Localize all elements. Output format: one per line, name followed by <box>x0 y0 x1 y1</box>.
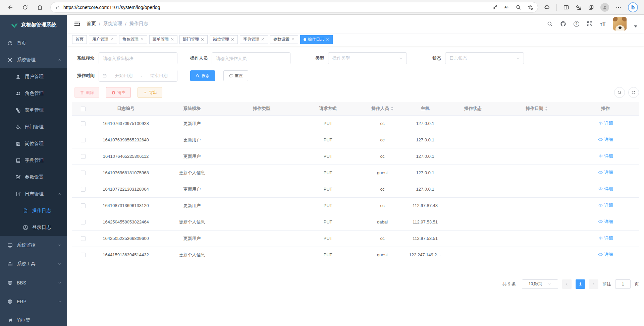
sidebar-item-log-management[interactable]: 日志管理 <box>0 186 67 202</box>
password-key-icon[interactable] <box>492 4 498 10</box>
collections-icon[interactable] <box>588 4 594 10</box>
close-icon[interactable] <box>291 38 295 41</box>
font-size-icon[interactable]: TT <box>600 21 606 27</box>
detail-link[interactable]: 详细 <box>598 235 613 241</box>
table-row[interactable]: 1641077221303128064 更新用户 PUT cc 127.0.0.… <box>72 181 639 197</box>
detail-link[interactable]: 详细 <box>598 219 613 225</box>
sidebar-item-system-tools[interactable]: 系统工具 <box>0 255 67 273</box>
prev-page-button[interactable] <box>562 279 572 289</box>
sidebar-item-operation-log[interactable]: 操作日志 <box>0 202 67 219</box>
tab-post-management[interactable]: 岗位管理 <box>210 35 238 44</box>
next-page-button[interactable] <box>589 279 598 289</box>
zoom-out-icon[interactable] <box>516 4 521 10</box>
favorites-bar-icon[interactable] <box>576 4 582 10</box>
row-checkbox[interactable] <box>81 220 86 224</box>
table-row[interactable]: 1644159136394514432 更新个人信息 PUT guest 122… <box>72 247 639 263</box>
user-avatar[interactable] <box>613 17 627 30</box>
sidebar-item-system-monitor[interactable]: 系统监控 <box>0 236 67 255</box>
row-checkbox[interactable] <box>81 138 86 142</box>
sidebar-item-dictionary-management[interactable]: 字典管理 <box>0 152 67 169</box>
reset-button[interactable]: 重置 <box>223 70 248 81</box>
tab-department-management[interactable]: 部门管理 <box>179 35 208 44</box>
table-row[interactable]: 1642504558053822464 更新个人信息 PUT dabai 112… <box>72 214 639 230</box>
search-button[interactable]: 搜索 <box>190 70 215 81</box>
sort-icon[interactable] <box>545 107 548 111</box>
module-input[interactable] <box>103 56 173 61</box>
detail-link[interactable]: 详细 <box>598 252 613 258</box>
row-checkbox[interactable] <box>81 154 86 159</box>
add-favorite-icon[interactable] <box>527 4 533 10</box>
close-icon[interactable] <box>261 38 265 41</box>
search-icon[interactable] <box>547 21 553 27</box>
table-row[interactable]: 1641076398565232640 更新用户 PUT cc 127.0.0.… <box>72 132 639 148</box>
tab-parameter-settings[interactable]: 参数设置 <box>270 35 298 44</box>
delete-button[interactable]: 删除 <box>74 87 99 98</box>
sidebar-item-bbs[interactable]: BBS <box>0 273 67 292</box>
detail-link[interactable]: 详细 <box>598 202 613 208</box>
detail-link[interactable]: 详细 <box>598 153 613 159</box>
read-aloud-icon[interactable]: A <box>504 4 509 10</box>
row-checkbox[interactable] <box>81 187 86 192</box>
refresh-icon[interactable] <box>22 4 28 10</box>
table-row[interactable]: 1642505235366809600 更新用户 PUT cc 112.97.5… <box>72 230 639 247</box>
table-row[interactable]: 1641076465225306112 更新用户 PUT cc 127.0.0.… <box>72 148 639 165</box>
sidebar-item-department-management[interactable]: 部门管理 <box>0 119 67 135</box>
table-row[interactable]: 1641087313696133120 更新用户 PUT cc 112.97.8… <box>72 197 639 214</box>
github-icon[interactable] <box>560 21 566 27</box>
page-1-button[interactable]: 1 <box>576 279 585 289</box>
sidebar-item-home[interactable]: 首页 <box>0 35 67 52</box>
tab-user-management[interactable]: 用户管理 <box>89 35 117 44</box>
column-date[interactable]: 操作日期 <box>501 102 572 115</box>
date-range-input[interactable]: 开始日期 - 结束日期 <box>99 70 177 82</box>
address-bar[interactable]: https://ccnetcore.com:1101/system/log/op… <box>50 2 538 13</box>
sidebar-item-erp[interactable]: ERP <box>0 292 67 311</box>
toggle-search-button[interactable] <box>614 87 625 98</box>
column-operator[interactable]: 操作人员 <box>359 102 406 115</box>
close-icon[interactable] <box>170 38 174 41</box>
sidebar-item-user-management[interactable]: 用户管理 <box>0 68 67 85</box>
sidebar-item-parameter-settings[interactable]: 参数设置 <box>0 169 67 186</box>
tab-dictionary-management[interactable]: 字典管理 <box>240 35 268 44</box>
close-icon[interactable] <box>140 38 144 41</box>
detail-link[interactable]: 详细 <box>598 137 613 143</box>
sidebar-item-yi-framework[interactable]: Yi框架 <box>0 311 67 326</box>
goto-page-input[interactable] <box>615 279 631 289</box>
close-icon[interactable] <box>110 38 114 41</box>
type-select[interactable]: 操作类型 <box>328 52 407 64</box>
operator-input[interactable] <box>216 56 286 61</box>
browser-menu-icon[interactable] <box>615 4 622 10</box>
close-icon[interactable] <box>326 38 329 41</box>
row-checkbox[interactable] <box>81 253 86 257</box>
split-screen-icon[interactable] <box>563 4 569 10</box>
refresh-table-button[interactable] <box>628 87 639 98</box>
fullscreen-icon[interactable] <box>587 21 593 27</box>
help-icon[interactable]: ? <box>574 21 579 27</box>
close-icon[interactable] <box>201 38 204 41</box>
row-checkbox[interactable] <box>81 171 86 175</box>
detail-link[interactable]: 详细 <box>598 120 613 126</box>
home-icon[interactable] <box>37 4 43 10</box>
sidebar-item-system-management[interactable]: 系统管理 <box>0 52 67 68</box>
page-size-select[interactable]: 10条/页 <box>522 279 558 289</box>
clear-button[interactable]: 清空 <box>106 87 131 98</box>
row-checkbox[interactable] <box>81 121 86 126</box>
hamburger-collapse-icon[interactable] <box>74 20 80 27</box>
sidebar-item-post-management[interactable]: 岗位管理 <box>0 135 67 152</box>
sidebar-item-menu-management[interactable]: 菜单管理 <box>0 102 67 119</box>
detail-link[interactable]: 详细 <box>598 186 613 192</box>
sort-icon[interactable] <box>391 107 393 111</box>
tab-menu-management[interactable]: 菜单管理 <box>149 35 177 44</box>
table-row[interactable]: 1641076370975100928 更新用户 PUT cc 127.0.0.… <box>72 115 639 132</box>
row-checkbox[interactable] <box>81 236 86 241</box>
sidebar-item-role-management[interactable]: 角色管理 <box>0 85 67 102</box>
export-button[interactable]: 导出 <box>138 87 162 98</box>
tab-role-management[interactable]: 角色管理 <box>119 35 147 44</box>
tab-operation-log[interactable]: 操作日志 <box>300 35 333 44</box>
breadcrumb-home[interactable]: 首页 <box>87 21 96 27</box>
url-text[interactable]: https://ccnetcore.com:1101/system/log/op… <box>63 5 160 10</box>
detail-link[interactable]: 详细 <box>598 170 613 176</box>
tab-home[interactable]: 首页 <box>72 35 87 44</box>
close-icon[interactable] <box>231 38 234 41</box>
status-select[interactable]: 日志状态 <box>445 52 524 64</box>
sidebar-item-login-log[interactable]: 登录日志 <box>0 219 67 236</box>
